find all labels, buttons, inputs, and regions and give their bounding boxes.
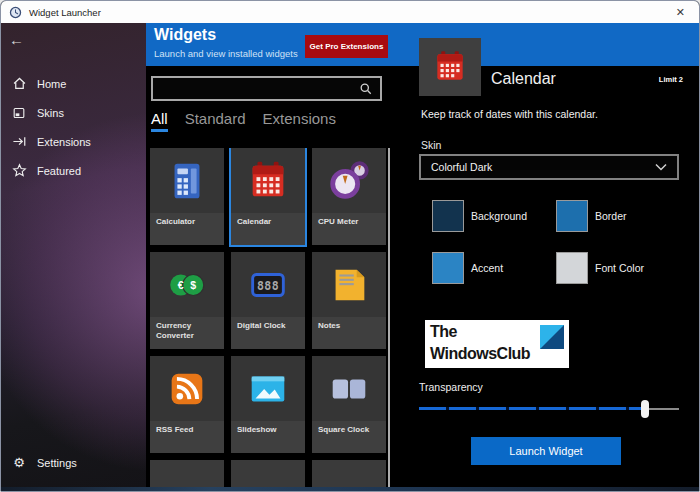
titlebar: Widget Launcher ✕ bbox=[1, 1, 699, 23]
svg-text:888: 888 bbox=[257, 279, 279, 293]
transparency-label: Transparency bbox=[419, 381, 483, 393]
library-tabs: All Standard Extensions bbox=[151, 110, 336, 132]
font-color-swatch[interactable] bbox=[556, 252, 588, 284]
widget-tile-label: Slideshow bbox=[231, 421, 305, 453]
square-clock-icon bbox=[312, 356, 386, 421]
tab-all[interactable]: All bbox=[151, 110, 168, 132]
widget-tile-label: Square Clock bbox=[312, 421, 386, 453]
calculator-icon bbox=[150, 148, 224, 213]
widget-grid: Calculator bbox=[150, 148, 386, 489]
transparency-fill bbox=[419, 407, 645, 410]
windowsclub-logo-icon bbox=[540, 325, 564, 349]
widget-tile-label: Calculator bbox=[150, 213, 224, 245]
widget-tile-cpu-meter[interactable]: CPU Meter bbox=[312, 148, 386, 245]
sidebar-item-label: Home bbox=[37, 78, 66, 90]
svg-text:€: € bbox=[178, 278, 184, 290]
arrow-into-bar-icon bbox=[11, 134, 27, 150]
widget-tile-partial[interactable] bbox=[150, 460, 224, 489]
widget-tile-rss-feed[interactable]: RSS Feed bbox=[150, 356, 224, 453]
sidebar-item-featured[interactable]: Featured bbox=[1, 156, 146, 185]
sidebar-item-label: Featured bbox=[37, 165, 81, 177]
search-box bbox=[151, 76, 382, 101]
limit-badge: Limit 2 bbox=[659, 75, 683, 84]
widget-tile-label: CPU Meter bbox=[312, 213, 386, 245]
currency-icon: € $ bbox=[150, 252, 224, 317]
grid-scrollbar[interactable] bbox=[388, 148, 390, 487]
widget-description: Keep track of dates with this calendar. bbox=[421, 108, 598, 120]
note-icon bbox=[312, 252, 386, 317]
widget-tile-calendar[interactable]: Calendar bbox=[231, 148, 305, 245]
skin-selected-value: Colorful Dark bbox=[431, 161, 655, 173]
sidebar-item-home[interactable]: Home bbox=[1, 69, 146, 98]
widget-tile-slideshow[interactable]: Slideshow bbox=[231, 356, 305, 453]
skin-label: Skin bbox=[421, 139, 441, 151]
slider-thumb[interactable] bbox=[641, 400, 649, 418]
rss-icon bbox=[150, 356, 224, 421]
sidebar-item-extensions[interactable]: Extensions bbox=[1, 127, 146, 156]
accent-color-swatch[interactable] bbox=[432, 252, 464, 284]
background-color-swatch[interactable] bbox=[432, 200, 464, 232]
sidebar-item-label: Extensions bbox=[37, 136, 91, 148]
sidebar-item-settings[interactable]: ⚙ Settings bbox=[1, 448, 146, 477]
widget-tile-label: Currency Converter bbox=[150, 317, 224, 349]
widget-tile-notes[interactable]: Notes bbox=[312, 252, 386, 349]
widget-tile-square-clock[interactable]: Square Clock bbox=[312, 356, 386, 453]
widget-tile-label: RSS Feed bbox=[150, 421, 224, 453]
border-color-swatch[interactable] bbox=[556, 200, 588, 232]
page-title: Widgets bbox=[154, 26, 216, 44]
selected-widget-name: Calendar bbox=[491, 70, 556, 88]
selected-widget-icon bbox=[419, 38, 481, 96]
tab-extensions[interactable]: Extensions bbox=[263, 110, 336, 132]
window-bottom-edge bbox=[1, 487, 699, 491]
swatch-label: Border bbox=[595, 200, 627, 232]
app-clock-icon bbox=[9, 6, 22, 19]
window-title: Widget Launcher bbox=[29, 7, 101, 18]
content-area: Widgets Launch and view installed widget… bbox=[146, 23, 699, 487]
widget-tile-partial[interactable] bbox=[312, 460, 386, 489]
calendar-icon bbox=[231, 148, 305, 213]
widget-tile-label: Notes bbox=[312, 317, 386, 349]
sidebar-item-label: Skins bbox=[37, 107, 64, 119]
swatch-label: Background bbox=[471, 200, 527, 232]
widget-launcher-window: Widget Launcher ✕ ← Home bbox=[0, 0, 700, 492]
picture-icon bbox=[231, 356, 305, 421]
star-icon bbox=[11, 163, 27, 179]
widget-tile-currency-converter[interactable]: € $ Currency Converter bbox=[150, 252, 224, 349]
watermark-text: The WindowsClub bbox=[430, 321, 530, 365]
widget-tile-partial[interactable] bbox=[231, 460, 305, 489]
close-icon[interactable]: ✕ bbox=[670, 2, 691, 22]
widget-tile-digital-clock[interactable]: 888 Digital Clock bbox=[231, 252, 305, 349]
image-icon bbox=[11, 105, 27, 121]
gauge-icon bbox=[312, 148, 386, 213]
get-pro-extensions-button[interactable]: Get Pro Extensions bbox=[305, 35, 388, 58]
sidebar-nav: Home Skins bbox=[1, 69, 146, 185]
gear-icon: ⚙ bbox=[11, 455, 27, 471]
widget-tile-label: Digital Clock bbox=[231, 317, 305, 349]
digital-clock-icon: 888 bbox=[231, 252, 305, 317]
widget-detail-panel: Calendar Limit 2 Keep track of dates wit… bbox=[391, 66, 700, 487]
swatch-label: Accent bbox=[471, 252, 503, 284]
swatch-label: Font Color bbox=[595, 252, 644, 284]
tab-standard[interactable]: Standard bbox=[185, 110, 246, 132]
chevron-down-icon bbox=[655, 163, 667, 171]
page-subtitle: Launch and view installed widgets bbox=[154, 48, 298, 59]
search-icon bbox=[359, 82, 373, 96]
sidebar: ← Home bbox=[1, 23, 146, 487]
launch-widget-button[interactable]: Launch Widget bbox=[471, 437, 621, 465]
sidebar-item-skins[interactable]: Skins bbox=[1, 98, 146, 127]
svg-text:$: $ bbox=[190, 278, 196, 290]
back-button[interactable]: ← bbox=[9, 31, 24, 48]
windowsclub-watermark: The WindowsClub bbox=[425, 320, 569, 368]
search-input[interactable] bbox=[153, 83, 359, 95]
widget-tile-label: Calendar bbox=[231, 213, 305, 245]
skin-dropdown[interactable]: Colorful Dark bbox=[419, 154, 679, 180]
home-icon bbox=[11, 76, 27, 92]
transparency-slider[interactable] bbox=[419, 400, 679, 418]
widget-tile-calculator[interactable]: Calculator bbox=[150, 148, 224, 245]
widget-library-panel: All Standard Extensions bbox=[146, 66, 391, 487]
sidebar-item-label: Settings bbox=[37, 457, 77, 469]
